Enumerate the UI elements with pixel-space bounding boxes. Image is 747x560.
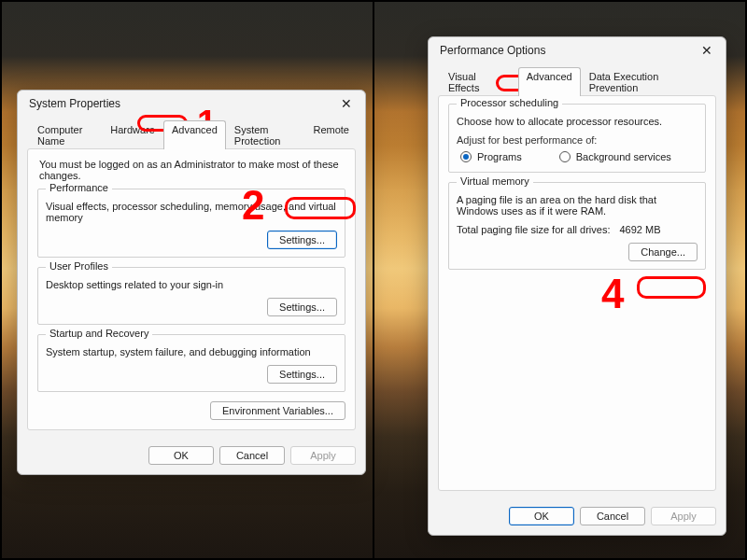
radio-programs[interactable]: Programs [460, 151, 522, 162]
group-desc-performance: Visual effects, processor scheduling, me… [46, 201, 337, 223]
tab-visual-effects[interactable]: Visual Effects [440, 67, 518, 96]
group-processor-scheduling: Processor scheduling Choose how to alloc… [448, 104, 706, 173]
performance-options-window: Performance Options ✕ Visual Effects Adv… [428, 36, 726, 536]
close-icon[interactable]: ✕ [335, 96, 358, 111]
group-title-processor-scheduling: Processor scheduling [457, 97, 562, 108]
vmem-total-label: Total paging file size for all drives: [457, 224, 610, 235]
user-profiles-settings-button[interactable]: Settings... [267, 298, 337, 316]
group-performance: Performance Visual effects, processor sc… [37, 189, 345, 258]
cancel-button[interactable]: Cancel [580, 507, 645, 525]
ok-button[interactable]: OK [148, 446, 214, 465]
group-title-user-profiles: User Profiles [46, 260, 112, 272]
radio-services-label: Background services [576, 151, 671, 162]
titlebar: Performance Options ✕ [429, 37, 726, 58]
group-title-virtual-memory: Virtual memory [457, 175, 533, 187]
radio-dot-icon [460, 151, 472, 162]
tab-hardware[interactable]: Hardware [102, 120, 163, 149]
apply-button[interactable]: Apply [651, 507, 716, 525]
vmem-total-value: 4692 MB [619, 224, 660, 235]
vmem-total-row: Total paging file size for all drives: 4… [457, 224, 698, 235]
system-properties-window: System Properties ✕ Computer Name Hardwa… [17, 90, 366, 475]
tab-panel-advanced: Processor scheduling Choose how to alloc… [438, 95, 716, 491]
dialog-footer: OK Cancel Apply [18, 439, 365, 474]
vmem-change-button[interactable]: Change... [628, 243, 698, 261]
group-title-startup-recovery: Startup and Recovery [46, 328, 152, 339]
group-user-profiles: User Profiles Desktop settings related t… [37, 267, 345, 325]
tab-advanced[interactable]: Advanced [163, 120, 226, 149]
sched-radios: Programs Background services [460, 151, 698, 162]
window-title: System Properties [29, 97, 120, 110]
tab-dep[interactable]: Data Execution Prevention [581, 67, 718, 96]
group-desc-user-profiles: Desktop settings related to your sign-in [46, 279, 337, 290]
tabs-bar: Visual Effects Advanced Data Execution P… [429, 58, 726, 96]
apply-button[interactable]: Apply [290, 446, 356, 465]
tab-system-protection[interactable]: System Protection [226, 120, 305, 149]
cancel-button[interactable]: Cancel [219, 446, 285, 465]
admin-note: You must be logged on as an Administrato… [39, 159, 344, 181]
radio-background-services[interactable]: Background services [559, 151, 671, 162]
tabs-bar: Computer Name Hardware Advanced System P… [18, 111, 365, 149]
tab-computer-name[interactable]: Computer Name [29, 120, 102, 149]
image-split-divider [373, 0, 374, 560]
titlebar: System Properties ✕ [18, 91, 365, 111]
radio-dot-icon [559, 151, 571, 162]
ok-button[interactable]: OK [509, 507, 574, 525]
radio-programs-label: Programs [477, 151, 522, 162]
dialog-footer: OK Cancel Apply [429, 499, 726, 535]
environment-variables-button[interactable]: Environment Variables... [210, 401, 345, 420]
tab-remote[interactable]: Remote [304, 120, 358, 149]
vmem-desc: A paging file is an area on the hard dis… [457, 194, 698, 217]
tab-advanced[interactable]: Advanced [518, 67, 581, 96]
sched-desc: Choose how to allocate processor resourc… [457, 116, 698, 127]
sched-adjust-label: Adjust for best performance of: [457, 134, 698, 146]
group-title-performance: Performance [46, 182, 112, 193]
group-desc-startup-recovery: System startup, system failure, and debu… [46, 346, 337, 357]
tab-panel-advanced: You must be logged on as an Administrato… [27, 148, 356, 430]
group-startup-recovery: Startup and Recovery System startup, sys… [37, 334, 345, 392]
window-title: Performance Options [440, 44, 545, 57]
group-virtual-memory: Virtual memory A paging file is an area … [448, 182, 706, 270]
close-icon[interactable]: ✕ [696, 43, 718, 58]
performance-settings-button[interactable]: Settings... [267, 231, 337, 249]
startup-recovery-settings-button[interactable]: Settings... [267, 365, 337, 384]
